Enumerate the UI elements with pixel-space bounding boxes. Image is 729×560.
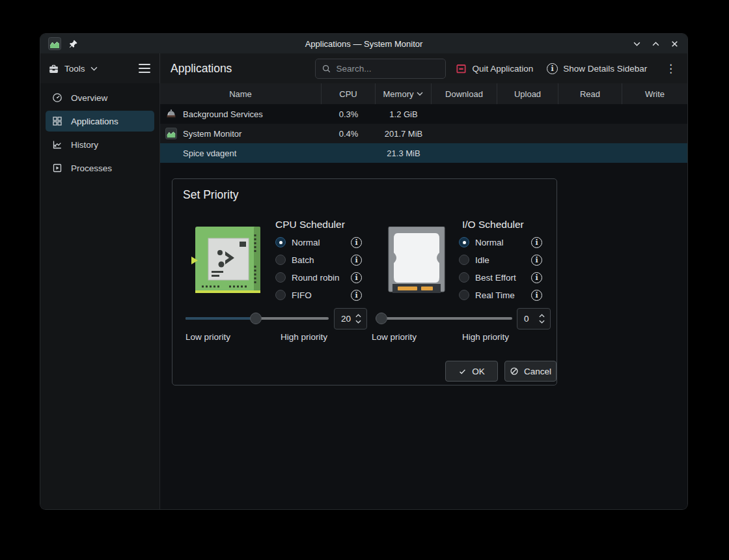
cpu-value: 0.3% — [322, 104, 376, 124]
slider-handle[interactable] — [250, 313, 262, 324]
maximize-button[interactable] — [650, 38, 661, 49]
services-icon — [165, 108, 177, 120]
download-value — [432, 124, 497, 143]
io-scheduler-options: Normal Idle Best Effort Real Time — [459, 236, 542, 306]
page-title: Applications — [171, 62, 232, 76]
radio-option-best-effort[interactable]: Best Effort — [459, 271, 542, 284]
check-icon — [458, 367, 467, 376]
ok-button[interactable]: OK — [445, 361, 498, 382]
info-icon[interactable] — [351, 272, 362, 283]
upload-value — [497, 124, 558, 143]
tools-menu-button[interactable]: Tools — [48, 63, 98, 74]
set-priority-dialog: Set Priority CPU Scheduler — [172, 178, 557, 385]
memory-value: 1.2 GiB — [376, 104, 432, 124]
spinbox-arrows[interactable] — [539, 314, 550, 324]
column-header-memory[interactable]: Memory — [376, 83, 432, 104]
radio-option-idle[interactable]: Idle — [459, 253, 542, 266]
info-icon[interactable] — [351, 255, 362, 266]
memory-value: 201.7 MiB — [376, 124, 432, 143]
info-icon[interactable] — [531, 290, 542, 301]
write-value — [622, 143, 687, 163]
cpu-low-priority-label: Low priority — [186, 332, 230, 342]
overflow-menu-button[interactable]: ⋮ — [663, 63, 678, 74]
write-value — [622, 104, 687, 124]
radio[interactable] — [459, 255, 469, 265]
cancel-icon — [510, 367, 519, 376]
titlebar[interactable]: Applications — System Monitor — [40, 34, 687, 53]
close-button[interactable] — [669, 38, 680, 49]
radio-option-real-time[interactable]: Real Time — [459, 288, 542, 301]
cancel-button[interactable]: Cancel — [504, 361, 557, 382]
search-box[interactable] — [315, 59, 446, 79]
cpu-scheduler-options: Normal Batch Round robin FIFO — [275, 236, 362, 306]
sidebar-item-history[interactable]: History — [46, 134, 154, 155]
radio[interactable] — [275, 272, 286, 283]
info-icon[interactable] — [531, 237, 542, 248]
pin-icon[interactable] — [68, 39, 78, 49]
info-icon[interactable] — [351, 237, 362, 248]
quit-icon — [456, 63, 467, 74]
radio-selected[interactable] — [275, 237, 286, 247]
radio-option-normal[interactable]: Normal — [459, 236, 542, 249]
info-icon[interactable] — [351, 290, 362, 301]
quit-application-button[interactable]: Quit Application — [456, 63, 533, 74]
grid-icon — [52, 116, 62, 126]
hamburger-menu-icon[interactable] — [139, 64, 150, 73]
radio-selected[interactable] — [459, 237, 469, 247]
sidebar-label: Overview — [71, 93, 107, 103]
info-icon — [547, 63, 558, 74]
column-header-cpu[interactable]: CPU — [322, 83, 376, 104]
write-value — [622, 124, 687, 143]
sidebar-item-overview[interactable]: Overview — [46, 87, 154, 108]
process-name: Background Services — [183, 109, 263, 119]
column-header-read[interactable]: Read — [558, 83, 622, 104]
slider-handle[interactable] — [376, 313, 387, 324]
sidebar-item-applications[interactable]: Applications — [46, 111, 154, 132]
io-high-priority-label: High priority — [462, 332, 509, 342]
table-row[interactable]: Background Services 0.3% 1.2 GiB — [160, 104, 687, 124]
show-details-sidebar-button[interactable]: Show Details Sidebar — [547, 63, 647, 74]
info-icon[interactable] — [531, 255, 542, 266]
io-priority-spinbox[interactable]: 0 — [517, 308, 551, 329]
sidebar: Overview Applications History Processes — [40, 83, 160, 509]
toolbox-icon — [48, 63, 59, 74]
radio[interactable] — [275, 255, 286, 265]
radio-option-round-robin[interactable]: Round robin — [275, 271, 362, 284]
column-header-download[interactable]: Download — [432, 83, 497, 104]
details-label: Show Details Sidebar — [563, 64, 647, 74]
column-header-upload[interactable]: Upload — [497, 83, 558, 104]
cpu-priority-spinbox[interactable]: 20 — [334, 308, 367, 329]
sidebar-label: Processes — [71, 163, 112, 173]
info-icon[interactable] — [531, 272, 542, 283]
process-icon — [52, 163, 62, 173]
cpu-value: 0.4% — [322, 124, 376, 143]
sidebar-item-processes[interactable]: Processes — [46, 158, 154, 178]
search-input[interactable] — [336, 64, 427, 74]
cpu-scheduler-header: CPU Scheduler — [275, 219, 345, 231]
sidebar-label: Applications — [71, 117, 118, 126]
cpu-priority-slider[interactable] — [186, 313, 329, 324]
table-row-selected[interactable]: Spice vdagent 21.3 MiB — [160, 143, 687, 163]
read-value — [558, 104, 622, 124]
tools-label: Tools — [64, 64, 85, 74]
radio[interactable] — [459, 290, 469, 300]
column-header-name[interactable]: Name — [160, 83, 322, 104]
radio[interactable] — [459, 272, 469, 283]
table-row[interactable]: System Monitor 0.4% 201.7 MiB — [160, 124, 687, 143]
radio-option-normal[interactable]: Normal — [275, 236, 362, 249]
chart-icon — [52, 139, 62, 150]
spinbox-arrows[interactable] — [355, 314, 366, 324]
io-priority-slider[interactable] — [376, 313, 512, 324]
minimize-button[interactable] — [631, 38, 642, 49]
radio-option-batch[interactable]: Batch — [275, 253, 362, 266]
radio[interactable] — [275, 290, 286, 300]
monitor-icon — [165, 128, 177, 139]
download-value — [432, 143, 497, 163]
window-title: Applications — System Monitor — [40, 39, 687, 49]
column-header-write[interactable]: Write — [622, 83, 687, 104]
table-header: Name CPU Memory Download Upload Read Wri… — [160, 83, 687, 104]
memory-value: 21.3 MiB — [376, 143, 432, 163]
search-icon — [322, 64, 331, 74]
radio-option-fifo[interactable]: FIFO — [275, 288, 362, 301]
toolbar: Tools Applications Quit Application — [40, 53, 687, 83]
